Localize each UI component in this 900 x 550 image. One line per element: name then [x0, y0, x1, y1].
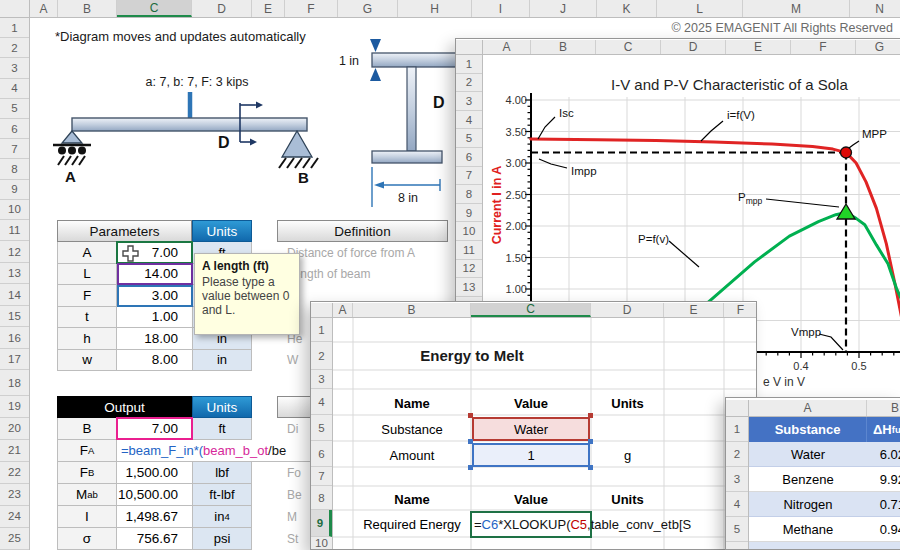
header-cell[interactable]: 11 [0, 220, 29, 242]
header-cell[interactable]: 3 [311, 370, 332, 389]
header-cell[interactable]: 18 [0, 370, 29, 396]
param-value-input[interactable]: 8.00 [117, 350, 192, 372]
header-cell[interactable]: 13 [0, 263, 29, 285]
header-cell[interactable]: 2 [0, 38, 29, 58]
header-cell[interactable]: 12 [0, 241, 29, 263]
substance-name[interactable]: Methane [749, 517, 867, 542]
energy-formula-input[interactable]: =C6*XLOOKUP(C5,table_conv_etb[S [474, 511, 754, 538]
header-cell[interactable]: 21 [0, 440, 29, 462]
substance-value[interactable]: 6.02 [867, 442, 900, 467]
header-cell[interactable]: 2 [311, 342, 332, 370]
energy-select-all-corner[interactable] [311, 303, 333, 318]
header-cell[interactable]: 5 [726, 517, 748, 542]
header-cell[interactable]: 4 [0, 79, 29, 99]
header-cell[interactable]: 15 [0, 306, 29, 328]
header-cell[interactable]: 11 [456, 241, 482, 260]
param-value-input[interactable]: 3.00 [117, 285, 192, 307]
header-cell[interactable]: A [749, 400, 867, 416]
header-cell[interactable]: C [117, 0, 192, 17]
header-cell[interactable]: E [726, 40, 791, 54]
solar-row-headers[interactable]: 1234567891011121314 [456, 55, 483, 317]
header-cell[interactable]: 10 [0, 200, 29, 220]
header-cell[interactable]: 20 [0, 418, 29, 440]
header-cell[interactable]: 16 [0, 327, 29, 349]
header-cell[interactable]: 1 [726, 417, 748, 442]
header-cell[interactable]: 10 [456, 222, 482, 241]
header-cell[interactable]: 1 [311, 318, 332, 342]
header-cell[interactable]: 19 [0, 396, 29, 418]
header-cell[interactable]: G [856, 40, 900, 54]
header-cell[interactable]: 7 [311, 467, 332, 486]
param-value-input[interactable]: 18.00 [117, 328, 192, 350]
energy-workbook-window[interactable]: ABCDEF 12345678910 Energy to Melt Name V… [310, 301, 757, 550]
header-cell[interactable]: H [398, 0, 472, 17]
header-cell[interactable]: 7 [456, 167, 482, 186]
header-cell[interactable]: 8 [311, 486, 332, 510]
main-row-headers[interactable]: 1234567891011121314151617181920212223242… [0, 18, 30, 550]
header-cell[interactable]: F [285, 0, 338, 17]
header-cell[interactable]: 17 [0, 349, 29, 371]
header-cell[interactable]: B [353, 303, 471, 317]
param-value-input[interactable]: 1.00 [117, 307, 192, 329]
energy-row-headers[interactable]: 12345678910 [311, 318, 333, 550]
header-cell[interactable]: J [530, 0, 597, 17]
header-cell[interactable]: 3 [726, 467, 748, 492]
header-cell[interactable]: I [472, 0, 530, 17]
output-formula[interactable]: =beam_F_in*(beam_b_ot/be [117, 440, 310, 462]
param-value-input[interactable]: 14.00 [117, 264, 192, 286]
header-cell[interactable]: 2 [456, 74, 482, 93]
substance-name[interactable]: Ethanol [749, 542, 867, 550]
substance-select-all-corner[interactable] [726, 400, 749, 417]
energy-column-headers[interactable]: ABCDEF [333, 303, 757, 318]
header-cell[interactable]: L [657, 0, 743, 17]
header-cell[interactable]: A [333, 303, 353, 317]
header-cell[interactable]: 6 [456, 148, 482, 167]
amount-value-cell[interactable]: 1 [472, 443, 590, 467]
header-cell[interactable]: 22 [0, 462, 29, 484]
header-cell[interactable]: 5 [0, 99, 29, 119]
header-cell[interactable]: 6 [726, 542, 748, 550]
selection-handle[interactable] [468, 465, 473, 470]
header-cell[interactable]: 3 [456, 92, 482, 111]
header-cell[interactable]: 13 [456, 278, 482, 297]
header-cell[interactable]: 1 [0, 18, 29, 38]
solar-select-all-corner[interactable] [456, 40, 483, 55]
header-cell[interactable]: 8 [456, 185, 482, 204]
substance-name[interactable]: Nitrogen [749, 492, 867, 517]
header-cell[interactable]: 7 [0, 139, 29, 159]
header-cell[interactable]: 3 [0, 58, 29, 78]
header-cell[interactable]: 9 [0, 180, 29, 200]
header-cell[interactable]: F [791, 40, 856, 54]
substance-value-cell[interactable]: Water [472, 417, 590, 441]
header-cell[interactable]: D [591, 303, 664, 317]
header-cell[interactable]: B [58, 0, 117, 17]
header-cell[interactable]: 4 [456, 111, 482, 130]
header-cell[interactable]: 4 [726, 492, 748, 517]
main-column-headers[interactable]: ABCDEFGHIJKLMN [30, 0, 900, 18]
substance-value[interactable]: 0.94 [867, 517, 900, 542]
header-cell[interactable]: 1 [456, 55, 482, 74]
header-cell[interactable]: 2 [726, 442, 748, 467]
header-cell[interactable]: 12 [456, 260, 482, 279]
header-cell[interactable]: B [867, 400, 900, 416]
header-cell[interactable]: B [531, 40, 596, 54]
header-cell[interactable]: A [30, 0, 58, 17]
header-cell[interactable]: 6 [311, 441, 332, 467]
header-cell[interactable]: 8 [0, 159, 29, 179]
header-cell[interactable]: D [661, 40, 726, 54]
header-cell[interactable]: G [338, 0, 398, 17]
header-cell[interactable]: C [596, 40, 661, 54]
selection-handle[interactable] [468, 413, 473, 418]
substance-value[interactable]: 0.71 [867, 492, 900, 517]
header-cell[interactable]: 6 [0, 119, 29, 139]
substance-name[interactable]: Water [749, 442, 867, 467]
header-cell[interactable]: 9 [456, 204, 482, 223]
header-cell[interactable]: D [192, 0, 252, 17]
header-cell[interactable]: 4 [311, 389, 332, 415]
substance-workbook-window[interactable]: AB 123456 Substance ΔHfus Water 6.02 Ben… [725, 397, 900, 550]
substance-row-headers[interactable]: 123456 [726, 417, 749, 550]
header-cell[interactable]: N [850, 0, 900, 17]
header-cell[interactable]: C [471, 303, 591, 317]
substance-column-headers[interactable]: AB [749, 400, 900, 417]
selection-handle[interactable] [468, 439, 473, 444]
